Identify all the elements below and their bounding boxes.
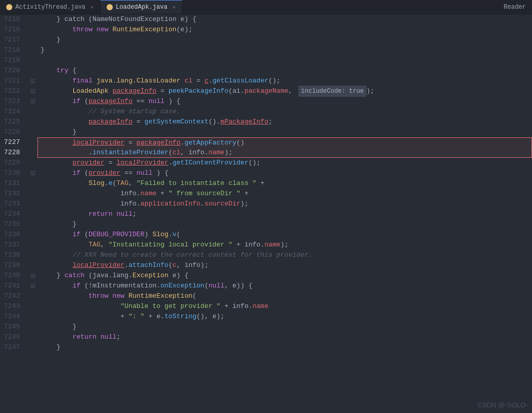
gutter-cell (28, 137, 37, 148)
fold-icon[interactable]: ▾ (31, 89, 35, 93)
line-number: 7231 (0, 178, 24, 189)
table-row: final java.lang.ClassLoader cl = c.getCl… (37, 76, 532, 86)
line-number: 7242 (0, 291, 24, 301)
line-number: 7238 (0, 250, 24, 260)
line-number: 7228 (0, 148, 24, 158)
gutter-cell: ▾ (28, 86, 37, 96)
table-row: throw new RuntimeException( (37, 291, 532, 301)
table-row: Slog.e(TAG, "Failed to instantiate class… (37, 178, 532, 189)
line-number: 7224 (0, 107, 24, 117)
table-row: return null; (37, 332, 532, 342)
table-row: localProvider = packageInfo.getAppFactor… (37, 137, 532, 148)
gutter-cell (28, 158, 37, 168)
watermark: CSDN @-SOLO- (478, 401, 528, 409)
table-row (37, 55, 532, 66)
gutter-cell (28, 219, 37, 230)
tab-loaded-apk[interactable]: LoadedApk.java ✕ (100, 0, 182, 14)
tab-close-2[interactable]: ✕ (173, 4, 176, 10)
line-number: 7225 (0, 117, 24, 127)
tab-activity-thread[interactable]: ActivityThread.java ✕ (0, 0, 100, 14)
line-number: 7217 (0, 35, 24, 45)
gutter-cell (28, 117, 37, 127)
line-number: 7227 (0, 137, 24, 148)
fold-icon[interactable]: ▾ (31, 79, 35, 83)
table-row: } (37, 127, 532, 137)
table-row: return null; (37, 209, 532, 219)
line-number: 7233 (0, 199, 24, 209)
line-number: 7221 (0, 76, 24, 86)
line-numbers: 7215721672177218721972207221722272237224… (0, 14, 28, 413)
code-lines[interactable]: } catch (NameNotFoundException e) { thro… (37, 14, 532, 413)
gutter-cell (28, 35, 37, 45)
gutter-cell (28, 55, 37, 66)
tab-label-2: LoadedApk.java (116, 4, 168, 11)
line-number: 7218 (0, 45, 24, 55)
table-row: + ": " + e.toString(), e); (37, 312, 532, 322)
line-number: 7226 (0, 127, 24, 137)
gutter-cell (28, 342, 37, 353)
table-row: LoadedApk packageInfo = peekPackageInfo(… (37, 86, 532, 96)
fold-icon[interactable]: ▾ (31, 284, 35, 288)
table-row: // System startup case. (37, 107, 532, 117)
line-number: 7247 (0, 342, 24, 353)
table-row: } (37, 322, 532, 332)
gutter-cell (28, 25, 37, 35)
reader-mode-button[interactable]: Reader (498, 0, 532, 14)
gutter-cell (28, 291, 37, 301)
line-number: 7234 (0, 209, 24, 219)
gutter-cell (28, 301, 37, 312)
gutter-cell (28, 240, 37, 250)
table-row: provider = localProvider.getIContentProv… (37, 158, 532, 168)
gutter-cell (28, 14, 37, 25)
line-number: 7230 (0, 168, 24, 178)
line-number: 7244 (0, 312, 24, 322)
gutter-cell (28, 312, 37, 322)
line-number: 7241 (0, 281, 24, 291)
table-row: } (37, 342, 532, 353)
gutter-cell (28, 107, 37, 117)
fold-icon[interactable]: ▾ (31, 274, 35, 278)
table-row: packageInfo = getSystemContext().mPackag… (37, 117, 532, 127)
fold-icon[interactable]: ▾ (31, 171, 35, 175)
gutter-cell (28, 45, 37, 55)
gutter-cell: ▾ (28, 96, 37, 107)
line-number: 7235 (0, 219, 24, 230)
gutter-cell (28, 332, 37, 342)
tab-label-1: ActivityThread.java (15, 4, 86, 11)
line-number: 7223 (0, 96, 24, 107)
gutter-cell (28, 209, 37, 219)
line-number: 7243 (0, 301, 24, 312)
gutter-cell: ▾ (28, 168, 37, 178)
table-row: if (provider == null ) { (37, 168, 532, 178)
code-area: 7215721672177218721972207221722272237224… (0, 14, 532, 413)
fold-icon[interactable]: ▾ (31, 99, 35, 104)
line-number: 7222 (0, 86, 24, 96)
line-number: 7232 (0, 189, 24, 199)
gutter-cell: ▾ (28, 76, 37, 86)
table-row: if (DEBUG_PROVIDER) Slog.v( (37, 230, 532, 240)
line-number: 7240 (0, 271, 24, 281)
table-row: .instantiateProvider(cl, info.name); (37, 148, 532, 158)
gutter-cell (28, 260, 37, 271)
editor-container: ActivityThread.java ✕ LoadedApk.java ✕ R… (0, 0, 532, 413)
tab-icon-1 (6, 4, 12, 10)
table-row: TAG, "Instantiating local provider " + i… (37, 240, 532, 250)
reader-mode-label: Reader (504, 4, 526, 11)
table-row: "Unable to get provider " + info.name (37, 301, 532, 312)
table-row: // XXX Need to create the correct contex… (37, 250, 532, 260)
gutter-cell: ▾ (28, 281, 37, 291)
line-number: 7229 (0, 158, 24, 168)
gutter-cell (28, 127, 37, 137)
table-row: if (packageInfo == null ) { (37, 96, 532, 107)
tab-close-1[interactable]: ✕ (91, 4, 94, 10)
table-row: throw new RuntimeException(e); (37, 25, 532, 35)
gutter-cell (28, 189, 37, 199)
table-row: } (37, 35, 532, 45)
tab-bar: ActivityThread.java ✕ LoadedApk.java ✕ R… (0, 0, 532, 14)
line-number: 7220 (0, 66, 24, 76)
gutter-cell (28, 199, 37, 209)
gutter-cell (28, 178, 37, 189)
line-number: 7236 (0, 230, 24, 240)
line-number: 7245 (0, 322, 24, 332)
line-number: 7237 (0, 240, 24, 250)
